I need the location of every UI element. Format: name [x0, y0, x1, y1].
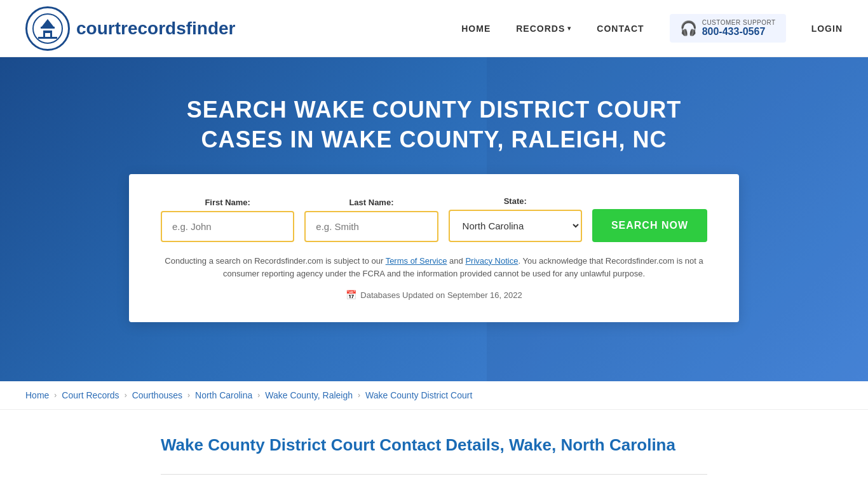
row-divider	[161, 474, 707, 475]
main-content: Wake County District Court Contact Detai…	[148, 410, 720, 488]
last-name-input[interactable]	[304, 211, 438, 242]
breadcrumb-item[interactable]: Wake County, Raleigh	[265, 390, 353, 400]
support-number: 800-433-0567	[702, 26, 776, 37]
breadcrumb-separator: ›	[187, 391, 190, 400]
svg-rect-5	[41, 27, 55, 29]
breadcrumb-item[interactable]: Wake County District Court	[365, 390, 472, 400]
nav-home[interactable]: HOME	[461, 24, 491, 34]
support-label: CUSTOMER SUPPORT	[702, 19, 776, 26]
tos-link[interactable]: Terms of Service	[386, 256, 447, 266]
main-nav: HOME RECORDS ▾ CONTACT 🎧 CUSTOMER SUPPOR…	[461, 14, 843, 43]
last-name-group: Last Name:	[304, 198, 438, 242]
logo-icon	[25, 6, 70, 51]
state-select[interactable]: AlabamaAlaskaArizonaArkansasCaliforniaCo…	[449, 210, 582, 242]
search-card: First Name: Last Name: State: AlabamaAla…	[129, 174, 739, 323]
search-button[interactable]: SEARCH NOW	[592, 209, 707, 242]
state-label: State:	[449, 196, 582, 206]
breadcrumb-separator: ›	[358, 391, 360, 400]
breadcrumb-item[interactable]: Home	[25, 390, 49, 400]
headset-icon: 🎧	[680, 20, 697, 37]
first-name-label: First Name:	[161, 198, 294, 207]
db-updated: 📅 Databases Updated on September 16, 202…	[161, 290, 707, 300]
privacy-link[interactable]: Privacy Notice	[465, 256, 518, 266]
first-name-group: First Name:	[161, 198, 294, 242]
svg-marker-4	[41, 19, 55, 28]
calendar-icon: 📅	[346, 290, 356, 300]
breadcrumb: Home›Court Records›Courthouses›North Car…	[0, 381, 868, 410]
last-name-label: Last Name:	[304, 198, 438, 207]
hero-title: SEARCH WAKE COUNTY DISTRICT COURT CASES …	[148, 95, 720, 155]
first-name-input[interactable]	[161, 211, 294, 242]
info-row: Court Name:Wake County District Court	[161, 485, 707, 488]
nav-contact[interactable]: CONTACT	[597, 24, 644, 34]
logo[interactable]: courtrecordsfinder	[25, 6, 236, 51]
hero-section: SEARCH WAKE COUNTY DISTRICT COURT CASES …	[0, 57, 868, 381]
breadcrumb-separator: ›	[125, 391, 127, 400]
disclaimer-text: Conducting a search on Recordsfinder.com…	[161, 255, 707, 281]
content-title: Wake County District Court Contact Detai…	[161, 435, 707, 455]
breadcrumb-separator: ›	[257, 391, 260, 400]
nav-login[interactable]: LOGIN	[811, 24, 843, 34]
breadcrumb-item[interactable]: Courthouses	[132, 390, 182, 400]
logo-text: courtrecordsfinder	[76, 18, 236, 39]
nav-records[interactable]: RECORDS ▾	[516, 24, 571, 34]
breadcrumb-item[interactable]: North Carolina	[195, 390, 252, 400]
support-block[interactable]: 🎧 CUSTOMER SUPPORT 800-433-0567	[670, 14, 786, 43]
info-table: Court Name:Wake County District CourtSta…	[161, 474, 707, 488]
state-group: State: AlabamaAlaskaArizonaArkansasCalif…	[449, 196, 582, 242]
search-fields: First Name: Last Name: State: AlabamaAla…	[161, 196, 707, 242]
breadcrumb-item[interactable]: Court Records	[62, 390, 119, 400]
svg-rect-6	[38, 37, 57, 39]
breadcrumb-separator: ›	[54, 391, 57, 400]
site-header: courtrecordsfinder HOME RECORDS ▾ CONTAC…	[0, 0, 868, 57]
chevron-down-icon: ▾	[567, 25, 571, 32]
